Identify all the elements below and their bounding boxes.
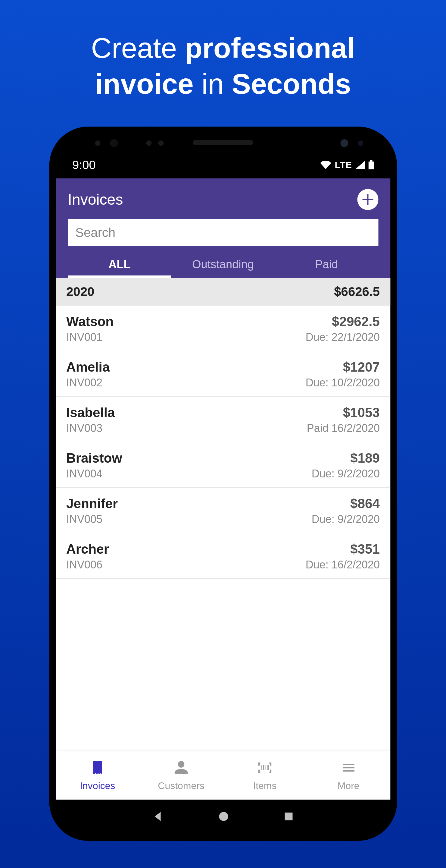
invoice-code: INV002	[66, 376, 110, 389]
android-home-button[interactable]	[218, 811, 230, 824]
cell-signal-icon	[356, 161, 365, 169]
nav-label: Items	[253, 780, 276, 792]
status-time: 9:00	[72, 158, 96, 172]
nav-customers[interactable]: Customers	[139, 751, 223, 800]
invoice-status: Due: 22/1/2020	[306, 331, 380, 344]
invoice-row[interactable]: ArcherINV006$351Due: 16/2/2020	[56, 533, 390, 579]
invoice-amount: $1207	[343, 360, 380, 375]
battery-icon	[368, 160, 374, 169]
invoice-row[interactable]: BraistowINV004$189Due: 9/2/2020	[56, 442, 390, 488]
search-input[interactable]	[75, 225, 371, 240]
nav-more[interactable]: More	[307, 751, 390, 800]
invoice-row[interactable]: WatsonINV001$2962.5Due: 22/1/2020	[56, 306, 390, 351]
tab-label: Paid	[315, 258, 338, 271]
tab-all[interactable]: ALL	[68, 251, 171, 278]
invoice-code: INV003	[66, 422, 115, 435]
invoice-row[interactable]: IsabellaINV003$1053Paid 16/2/2020	[56, 397, 390, 442]
tab-paid[interactable]: Paid	[275, 251, 378, 278]
invoice-list[interactable]: 2020 $6626.5 WatsonINV001$2962.5Due: 22/…	[56, 278, 390, 751]
svg-point-2	[219, 812, 228, 821]
invoice-code: INV005	[66, 513, 118, 526]
receipt-icon	[90, 760, 105, 778]
nav-items[interactable]: Items	[223, 751, 307, 800]
android-nav-bar	[56, 800, 390, 834]
status-bar: 9:00 LTE	[56, 151, 390, 179]
person-icon	[173, 760, 189, 778]
android-recent-button[interactable]	[284, 811, 294, 823]
tab-label: ALL	[108, 258, 131, 271]
invoice-customer-name: Braistow	[66, 451, 122, 466]
invoice-customer-name: Amelia	[66, 360, 110, 375]
nav-label: Invoices	[80, 780, 115, 792]
invoice-customer-name: Archer	[66, 541, 109, 557]
invoice-status: Due: 16/2/2020	[306, 558, 380, 571]
invoice-status: Due: 10/2/2020	[306, 376, 380, 389]
invoice-amount: $2962.5	[332, 314, 380, 329]
barcode-icon	[257, 760, 273, 778]
nav-invoices[interactable]: Invoices	[56, 751, 139, 800]
invoice-code: INV001	[66, 331, 113, 344]
svg-rect-0	[370, 160, 372, 161]
invoice-code: INV004	[66, 467, 122, 480]
svg-rect-1	[368, 161, 374, 169]
invoice-status: Paid 16/2/2020	[307, 422, 380, 435]
menu-icon	[341, 760, 356, 778]
page-title: Invoices	[68, 191, 123, 208]
invoice-status: Due: 9/2/2020	[312, 513, 380, 526]
bottom-nav: InvoicesCustomersItemsMore	[56, 751, 390, 800]
invoice-status: Due: 9/2/2020	[312, 467, 380, 480]
summary-year: 2020	[66, 284, 94, 299]
invoice-customer-name: Watson	[66, 314, 113, 329]
android-back-button[interactable]	[152, 811, 164, 824]
invoice-row[interactable]: JenniferINV005$864Due: 9/2/2020	[56, 488, 390, 533]
network-label: LTE	[335, 160, 352, 170]
invoice-row[interactable]: AmeliaINV002$1207Due: 10/2/2020	[56, 351, 390, 397]
invoice-amount: $351	[350, 541, 380, 557]
invoice-code: INV006	[66, 558, 109, 571]
app-bar: Invoices ALLOutstandingPaid	[56, 179, 390, 278]
invoice-amount: $1053	[343, 405, 380, 420]
phone-frame: 9:00 LTE Invoices	[49, 127, 397, 841]
invoice-customer-name: Isabella	[66, 405, 115, 420]
svg-rect-3	[285, 812, 293, 820]
year-summary-row: 2020 $6626.5	[56, 278, 390, 306]
invoice-customer-name: Jennifer	[66, 496, 118, 511]
search-box[interactable]	[68, 219, 378, 246]
invoice-amount: $189	[350, 451, 380, 466]
invoice-amount: $864	[350, 496, 380, 511]
nav-label: More	[338, 780, 359, 792]
add-invoice-button[interactable]	[357, 189, 378, 210]
tab-label: Outstanding	[192, 258, 254, 271]
wifi-icon	[320, 161, 331, 169]
summary-total: $6626.5	[334, 284, 380, 299]
nav-label: Customers	[158, 780, 204, 792]
marketing-headline: Create professional invoice in Seconds	[0, 0, 446, 102]
tab-outstanding[interactable]: Outstanding	[171, 251, 275, 278]
